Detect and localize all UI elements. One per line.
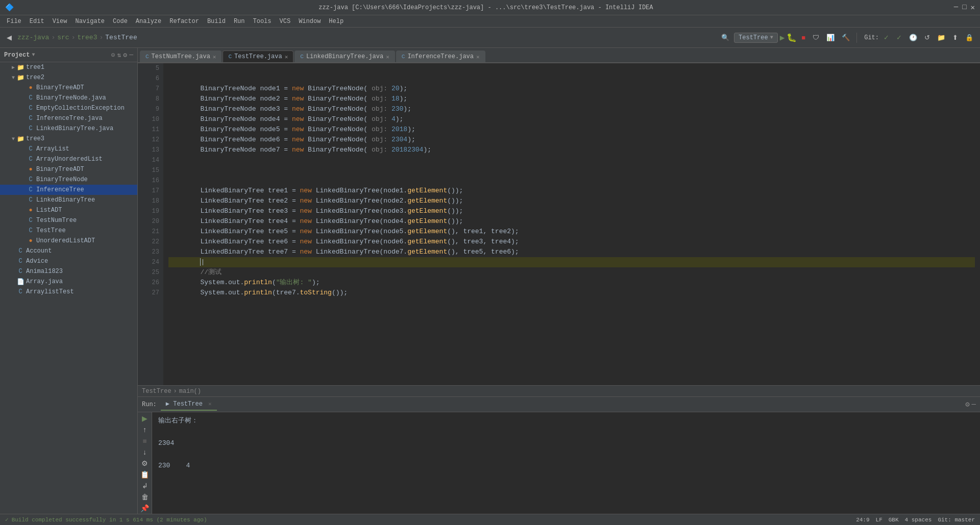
run-clear-button[interactable]: 🗑 xyxy=(139,493,151,501)
sidebar-item-linkedbinarytree[interactable]: C LinkedBinaryTree xyxy=(0,195,137,205)
sidebar-item-linkedbinarytree-java[interactable]: C LinkedBinaryTree.java xyxy=(0,123,137,134)
menu-refactor[interactable]: Refactor xyxy=(165,17,203,26)
tab-close-testnumtree[interactable]: ✕ xyxy=(213,54,216,60)
sidebar-item-array-java[interactable]: 📄 Array.java xyxy=(0,277,137,287)
breadcrumb-testtree[interactable]: TestTree xyxy=(105,34,137,41)
sidebar-item-arrayunorderedlist[interactable]: C ArrayUnorderedList xyxy=(0,154,137,164)
sidebar-item-arraylisttest[interactable]: C ArraylistTest xyxy=(0,287,137,297)
code-editor[interactable]: BinaryTreeNode node1 = new BinaryTreeNod… xyxy=(163,63,980,385)
tab-inferencetree[interactable]: C InferenceTree.java ✕ xyxy=(396,51,485,62)
sidebar-item-unorderedlistADT[interactable]: ● UnorderedListADT xyxy=(0,236,137,246)
menu-file[interactable]: File xyxy=(3,17,26,26)
sidebar-item-account[interactable]: C Account xyxy=(0,246,137,256)
sidebar-settings-button[interactable]: ⚙ xyxy=(123,51,127,59)
tab-testtree[interactable]: C TestTree.java ✕ xyxy=(223,51,293,62)
cursor-position[interactable]: 24:9 xyxy=(856,517,869,523)
breadcrumb-project[interactable]: zzz-java xyxy=(17,34,49,41)
run-config-selector[interactable]: TestTree ▼ xyxy=(734,33,778,43)
window-controls: ─ □ ✕ xyxy=(954,3,975,12)
menu-window[interactable]: Window xyxy=(295,17,325,26)
git-lock-button[interactable]: 🔒 xyxy=(963,32,976,43)
sidebar-item-tree1[interactable]: ▶ 📁 tree1 xyxy=(0,62,137,72)
menu-navigate[interactable]: Navigate xyxy=(71,17,109,26)
tree-arrow-tree2: ▼ xyxy=(10,75,16,81)
sidebar-hide-button[interactable]: — xyxy=(129,51,133,59)
tab-icon-testnumtree: C xyxy=(145,54,149,60)
menu-code[interactable]: Code xyxy=(109,17,132,26)
class-icon-account: C xyxy=(16,247,24,255)
sidebar-item-advice[interactable]: C Advice xyxy=(0,256,137,266)
menu-build[interactable]: Build xyxy=(203,17,230,26)
menu-edit[interactable]: Edit xyxy=(26,17,48,26)
sidebar-item-testnumtree[interactable]: C TestNumTree xyxy=(0,215,137,226)
tab-close-inferencetree[interactable]: ✕ xyxy=(476,54,480,60)
breadcrumb-testtree-label[interactable]: TestTree xyxy=(142,388,172,395)
sidebar-label-binarytreeadt2: BinaryTreeADT xyxy=(36,166,84,173)
sidebar-item-binarytreeadt1[interactable]: ● BinaryTreeADT xyxy=(0,83,137,93)
run-tab-close[interactable]: ✕ xyxy=(208,401,212,407)
search-everywhere-button[interactable]: 🔍 xyxy=(719,32,732,43)
sidebar-item-emptycollectionexception[interactable]: C EmptyCollectionException xyxy=(0,103,137,113)
sidebar-item-binarytreenode[interactable]: C BinaryTreeNode xyxy=(0,174,137,185)
debug-button[interactable]: 🐛 xyxy=(787,33,797,43)
sidebar-item-testtree[interactable]: C TestTree xyxy=(0,226,137,236)
tab-label-linkedbinarytree: LinkedBinaryTree.java xyxy=(306,53,383,60)
run-scroll-up-button[interactable]: ↑ xyxy=(139,426,151,434)
menu-run[interactable]: Run xyxy=(230,17,249,26)
menu-help[interactable]: Help xyxy=(325,17,348,26)
tab-testnumtree[interactable]: C TestNumTree.java ✕ xyxy=(140,51,222,62)
profiler-button[interactable]: 📊 xyxy=(824,32,837,43)
breadcrumb-src[interactable]: src xyxy=(57,34,69,41)
run-wrap-button[interactable]: ↲ xyxy=(139,482,151,490)
sidebar-item-animal1823[interactable]: C Animal1823 xyxy=(0,266,137,277)
sidebar-sync-button[interactable]: ⊙ xyxy=(111,51,115,59)
build-button[interactable]: 🔨 xyxy=(839,32,852,43)
maximize-button[interactable]: □ xyxy=(962,3,966,12)
run-filter-button[interactable]: ⚙ xyxy=(139,459,151,467)
tab-close-testtree[interactable]: ✕ xyxy=(285,54,288,60)
sidebar-label-listADT: ListADT xyxy=(36,207,62,214)
run-button[interactable]: ▶ xyxy=(780,33,785,43)
sidebar-expand-button[interactable]: ⇅ xyxy=(117,51,121,59)
minimize-button[interactable]: ─ xyxy=(954,3,958,12)
back-button[interactable]: ◀ xyxy=(4,32,14,43)
sidebar-item-inferencetree[interactable]: C InferenceTree xyxy=(0,185,137,195)
run-dump-button[interactable]: 📋 xyxy=(139,470,151,479)
menu-analyze[interactable]: Analyze xyxy=(132,17,165,26)
run-panel-settings-button[interactable]: ⚙ xyxy=(965,400,969,409)
git-undo-button[interactable]: ↺ xyxy=(922,32,933,43)
sidebar-item-listADT[interactable]: ● ListADT xyxy=(0,205,137,215)
encoding[interactable]: GBK xyxy=(889,517,899,523)
stop-button[interactable]: ■ xyxy=(799,32,808,43)
close-button[interactable]: ✕ xyxy=(971,3,975,12)
breadcrumb-main[interactable]: main() xyxy=(179,388,201,395)
breadcrumb-tree3[interactable]: tree3 xyxy=(77,34,97,41)
run-scroll-down-button[interactable]: ↓ xyxy=(139,448,151,456)
git-clock-button[interactable]: 🕐 xyxy=(906,32,920,43)
sidebar-arrow: ▼ xyxy=(32,52,35,58)
sidebar-item-tree3[interactable]: ▼ 📁 tree3 xyxy=(0,134,137,144)
menu-vcs[interactable]: VCS xyxy=(276,17,295,26)
git-upload-button[interactable]: ⬆ xyxy=(950,32,961,43)
indent-setting[interactable]: 4 spaces xyxy=(905,517,932,523)
run-pin-button[interactable]: 📌 xyxy=(139,504,151,512)
run-panel-hide-button[interactable]: — xyxy=(972,400,976,409)
git-folder-button[interactable]: 📁 xyxy=(935,32,948,43)
git-check2-button[interactable]: ✓ xyxy=(894,32,904,43)
tab-close-linkedbinarytree[interactable]: ✕ xyxy=(386,54,389,60)
git-branch[interactable]: Git: master xyxy=(938,517,975,523)
sidebar-item-inferencetree-java[interactable]: C InferenceTree.java xyxy=(0,113,137,123)
sidebar-item-arraylist[interactable]: C ArrayList xyxy=(0,144,137,154)
run-rerun-button[interactable]: ▶ xyxy=(139,414,151,422)
line-separator[interactable]: LF xyxy=(876,517,883,523)
coverage-button[interactable]: 🛡 xyxy=(810,32,822,43)
sidebar-item-binarytreeadt2[interactable]: ● BinaryTreeADT xyxy=(0,164,137,174)
menu-tools[interactable]: Tools xyxy=(249,17,276,26)
run-stop-button[interactable]: ■ xyxy=(139,437,151,445)
run-tab-testtree[interactable]: ▶ TestTree ✕ xyxy=(161,398,217,411)
menu-view[interactable]: View xyxy=(48,17,71,26)
sidebar-item-binarytreenode-java[interactable]: C BinaryTreeNode.java xyxy=(0,93,137,103)
git-check-button[interactable]: ✓ xyxy=(881,32,892,43)
tab-linkedbinarytree[interactable]: C LinkedBinaryTree.java ✕ xyxy=(295,51,395,62)
sidebar-item-tree2[interactable]: ▼ 📁 tree2 xyxy=(0,72,137,83)
